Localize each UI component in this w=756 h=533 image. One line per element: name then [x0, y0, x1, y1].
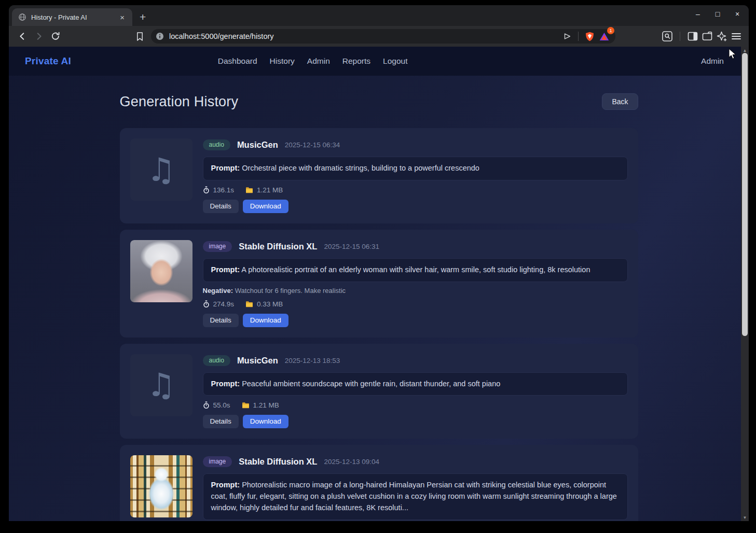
- browser-tab[interactable]: History - Private AI ×: [12, 8, 132, 26]
- timestamp: 2025-12-13 09:04: [324, 458, 379, 466]
- download-button[interactable]: Download: [243, 200, 288, 213]
- url-text: localhost:5000/generate/history: [169, 32, 560, 40]
- brand-logo[interactable]: Private AI: [25, 55, 71, 67]
- back-icon[interactable]: [15, 29, 30, 44]
- details-button[interactable]: Details: [203, 314, 239, 327]
- file-size-value: 1.21 MB: [257, 186, 283, 194]
- duration-value: 136.1s: [213, 186, 235, 194]
- nav-links: Dashboard History Admin Reports Logout: [218, 57, 408, 66]
- wallet-icon[interactable]: [700, 29, 714, 44]
- meta-row: 55.0s 1.21 MB: [203, 401, 628, 409]
- type-badge: audio: [203, 139, 230, 150]
- share-icon[interactable]: [560, 29, 574, 44]
- timestamp: 2025-12-13 18:53: [285, 357, 340, 364]
- prompt-label: Prompt:: [211, 164, 240, 172]
- prompt-box: Prompt: Photorealistic macro image of a …: [203, 473, 628, 520]
- page-title: Generation History: [120, 94, 239, 110]
- prompt-text: Peaceful ambient soundscape with gentle …: [242, 380, 500, 388]
- web-page: Private AI Dashboard History Admin Repor…: [9, 47, 749, 521]
- generation-card: ♫ audio MusicGen 2025-12-15 06:34 Prompt…: [120, 128, 638, 223]
- file-size-value: 0.33 MB: [257, 300, 283, 308]
- model-name: Stable Diffusion XL: [239, 457, 317, 467]
- prompt-box: Prompt: Orchestral piece with dramatic s…: [203, 157, 628, 180]
- nav-link-admin[interactable]: Admin: [307, 57, 330, 66]
- details-button[interactable]: Details: [203, 200, 239, 213]
- prompt-text: A photorealistic portrait of an elderly …: [241, 265, 590, 274]
- model-name: MusicGen: [237, 356, 278, 366]
- type-badge: audio: [203, 355, 230, 366]
- negative-row: Negative: Watchout for 6 fingers. Make r…: [203, 287, 628, 294]
- folder-icon: [245, 187, 253, 193]
- reload-icon[interactable]: [48, 29, 63, 44]
- duration-value: 274.9s: [213, 300, 235, 308]
- prompt-box: Prompt: A photorealistic portrait of an …: [203, 258, 628, 282]
- nav-link-history[interactable]: History: [270, 57, 295, 66]
- cards-list: ♫ audio MusicGen 2025-12-15 06:34 Prompt…: [120, 128, 638, 521]
- find-in-page-icon[interactable]: [660, 29, 675, 44]
- prompt-label: Prompt:: [211, 265, 240, 274]
- prompt-label: Prompt:: [211, 481, 240, 489]
- globe-favicon-icon: [18, 13, 26, 21]
- meta-row: 274.9s 0.33 MB: [203, 300, 628, 308]
- generation-card: ♫ audio MusicGen 2025-12-13 18:53 Prompt…: [120, 344, 638, 439]
- negative-label: Negative:: [203, 287, 233, 294]
- menu-icon[interactable]: [729, 29, 744, 44]
- browser-window: History - Private AI × + – □ × localhost…: [9, 5, 749, 521]
- scroll-down-icon[interactable]: ▼: [743, 514, 747, 521]
- duration-value: 55.0s: [213, 401, 230, 409]
- mouse-cursor: [728, 48, 737, 60]
- brave-rewards-icon[interactable]: 1: [597, 29, 611, 44]
- site-info-icon[interactable]: [156, 32, 164, 40]
- rewards-badge: 1: [607, 27, 614, 34]
- leo-ai-icon[interactable]: [714, 29, 729, 44]
- file-size-value: 1.21 MB: [253, 401, 279, 409]
- new-tab-button[interactable]: +: [140, 11, 146, 23]
- brave-shield-icon[interactable]: [582, 29, 597, 44]
- scrollbar[interactable]: ▲ ▼: [741, 47, 749, 521]
- window-minimize-button[interactable]: –: [694, 10, 702, 18]
- stopwatch-icon: [203, 300, 210, 308]
- scrollbar-thumb[interactable]: [742, 53, 748, 336]
- generation-card: image Stable Diffusion XL 2025-12-15 06:…: [120, 230, 638, 338]
- timestamp: 2025-12-15 06:31: [324, 243, 379, 250]
- prompt-text: Photorealistic macro image of a long-hai…: [211, 481, 617, 512]
- timestamp: 2025-12-15 06:34: [285, 141, 340, 149]
- prompt-box: Prompt: Peaceful ambient soundscape with…: [203, 372, 628, 396]
- model-name: MusicGen: [237, 140, 278, 150]
- negative-text: Watchout for 6 fingers. Make realistic: [235, 287, 346, 294]
- music-note-thumbnail[interactable]: ♫: [130, 354, 193, 416]
- nav-link-reports[interactable]: Reports: [342, 57, 370, 66]
- type-badge: image: [203, 456, 232, 467]
- window-maximize-button[interactable]: □: [713, 10, 722, 18]
- site-navbar: Private AI Dashboard History Admin Repor…: [9, 47, 749, 76]
- forward-icon[interactable]: [32, 29, 46, 44]
- stopwatch-icon: [203, 186, 210, 194]
- sidebar-icon[interactable]: [685, 29, 700, 44]
- prompt-text: Orchestral piece with dramatic strings, …: [242, 164, 479, 172]
- meta-row: 136.1s 1.21 MB: [203, 186, 628, 194]
- browser-toolbar: localhost:5000/generate/history 1: [9, 26, 749, 47]
- thumbnail[interactable]: [130, 240, 193, 302]
- close-tab-icon[interactable]: ×: [117, 12, 127, 22]
- tab-strip: History - Private AI × + – □ ×: [9, 5, 749, 26]
- bookmark-icon[interactable]: [132, 29, 147, 44]
- tab-title: History - Private AI: [31, 13, 113, 21]
- details-button[interactable]: Details: [203, 415, 239, 428]
- window-close-button[interactable]: ×: [733, 10, 741, 18]
- stopwatch-icon: [203, 401, 210, 409]
- generation-card: image Stable Diffusion XL 2025-12-13 09:…: [120, 445, 638, 521]
- prompt-label: Prompt:: [211, 380, 240, 388]
- nav-link-logout[interactable]: Logout: [383, 57, 407, 66]
- back-button[interactable]: Back: [602, 93, 638, 110]
- download-button[interactable]: Download: [243, 415, 288, 428]
- thumbnail[interactable]: [130, 455, 193, 517]
- nav-link-dashboard[interactable]: Dashboard: [218, 57, 257, 66]
- folder-icon: [242, 402, 250, 409]
- type-badge: image: [203, 241, 232, 252]
- model-name: Stable Diffusion XL: [239, 242, 317, 251]
- nav-user-admin[interactable]: Admin: [701, 57, 724, 66]
- url-bar[interactable]: localhost:5000/generate/history 1: [151, 29, 615, 44]
- download-button[interactable]: Download: [243, 314, 288, 327]
- music-note-thumbnail[interactable]: ♫: [130, 138, 193, 201]
- folder-icon: [245, 301, 253, 307]
